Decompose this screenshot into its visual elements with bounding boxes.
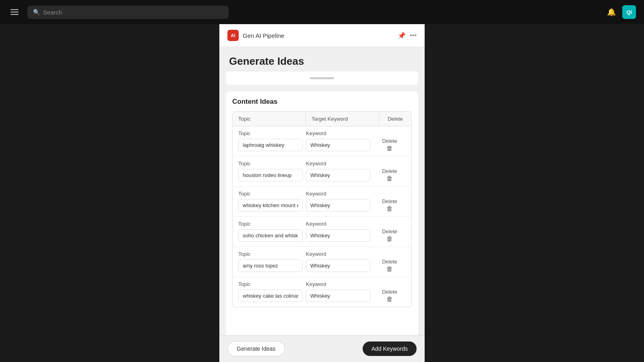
card-title: Content Ideas xyxy=(232,98,412,106)
trash-icon-4: 🗑 xyxy=(386,265,393,273)
search-bar: 🔍 xyxy=(27,6,229,19)
trash-icon-1: 🗑 xyxy=(386,175,393,182)
delete-label-3: Delete xyxy=(382,228,397,234)
keyword-input-0[interactable] xyxy=(306,139,370,151)
keyword-input-3[interactable] xyxy=(306,229,370,242)
topic-label-3: Topic xyxy=(238,221,306,227)
keyword-label-1: Keyword xyxy=(306,160,374,167)
delete-button-4[interactable]: Delete 🗑 xyxy=(374,259,406,273)
keyword-label-0: Keyword xyxy=(306,130,374,136)
search-icon: 🔍 xyxy=(33,9,40,15)
th-keyword: Target Keyword xyxy=(306,112,379,126)
table-row: Topic Keyword Delete 🗑 xyxy=(233,247,411,277)
trash-icon-3: 🗑 xyxy=(386,235,393,243)
topic-label-5: Topic xyxy=(238,281,306,287)
topic-label-4: Topic xyxy=(238,251,306,257)
topic-label-1: Topic xyxy=(238,160,306,167)
row-inputs-2: Delete 🗑 xyxy=(233,198,411,216)
top-nav: 🔍 🔔 QI xyxy=(0,0,644,24)
topic-label-0: Topic xyxy=(238,130,306,136)
row-inputs-4: Delete 🗑 xyxy=(233,259,411,277)
topic-input-4[interactable] xyxy=(238,259,303,272)
table-row: Topic Keyword Delete 🗑 xyxy=(233,126,411,156)
add-keywords-button[interactable]: Add Keywords xyxy=(363,341,417,356)
topic-input-0[interactable] xyxy=(238,139,303,151)
keyword-label-4: Keyword xyxy=(306,251,374,257)
main-panel: AI Gen AI Pipeline 📌 ••• Generate Ideas … xyxy=(219,24,425,362)
generate-ideas-button[interactable]: Generate Ideas xyxy=(227,341,285,356)
delete-button-3[interactable]: Delete 🗑 xyxy=(374,228,406,243)
page-title-area: Generate Ideas xyxy=(219,47,425,72)
page-title: Generate Ideas xyxy=(229,55,415,68)
trash-icon-5: 🗑 xyxy=(386,296,393,303)
search-input[interactable] xyxy=(43,9,223,16)
topic-input-3[interactable] xyxy=(238,229,303,242)
content-ideas-card: Content Ideas Topic Target Keyword Delet… xyxy=(226,91,418,362)
th-topic: Topic xyxy=(233,112,306,126)
row-labels-3: Topic Keyword xyxy=(233,217,411,228)
keyword-input-4[interactable] xyxy=(306,259,370,272)
keyword-label-5: Keyword xyxy=(306,281,374,287)
delete-label-5: Delete xyxy=(382,289,397,295)
delete-label-2: Delete xyxy=(382,198,397,204)
collapsed-section xyxy=(226,72,418,85)
table-row: Topic Keyword Delete 🗑 xyxy=(233,187,411,217)
topic-input-2[interactable] xyxy=(238,199,303,212)
table-row: Topic Keyword Delete 🗑 xyxy=(233,217,411,247)
delete-label-1: Delete xyxy=(382,168,397,174)
delete-button-5[interactable]: Delete 🗑 xyxy=(374,289,406,303)
panel-title: Gen AI Pipeline xyxy=(243,32,394,39)
keyword-input-1[interactable] xyxy=(306,169,370,181)
table-row: Topic Keyword Delete 🗑 xyxy=(233,277,411,307)
keyword-input-5[interactable] xyxy=(306,290,370,302)
topic-input-1[interactable] xyxy=(238,169,303,181)
th-delete: Delete xyxy=(379,112,411,126)
table-body: Topic Keyword Delete 🗑 Topic Keyword xyxy=(232,126,412,307)
bottom-bar: Generate Ideas Add Keywords xyxy=(219,335,425,362)
row-inputs-5: Delete 🗑 xyxy=(233,289,411,307)
row-labels-2: Topic Keyword xyxy=(233,187,411,198)
row-inputs-1: Delete 🗑 xyxy=(233,168,411,186)
delete-label-0: Delete xyxy=(382,138,397,144)
keyword-label-3: Keyword xyxy=(306,221,374,227)
topic-input-5[interactable] xyxy=(238,290,303,302)
more-options-button[interactable]: ••• xyxy=(410,32,417,39)
keyword-label-2: Keyword xyxy=(306,191,374,197)
notification-bell-button[interactable]: 🔔 xyxy=(607,8,616,16)
table-header: Topic Target Keyword Delete xyxy=(232,111,412,126)
collapse-bar xyxy=(310,77,334,79)
row-labels-0: Topic Keyword xyxy=(233,126,411,138)
app-logo: AI xyxy=(227,30,239,41)
row-labels-1: Topic Keyword xyxy=(233,156,411,168)
table-row: Topic Keyword Delete 🗑 xyxy=(233,156,411,187)
topic-label-2: Topic xyxy=(238,191,306,197)
delete-label-4: Delete xyxy=(382,259,397,265)
row-labels-4: Topic Keyword xyxy=(233,247,411,259)
avatar: QI xyxy=(622,5,636,19)
trash-icon-0: 🗑 xyxy=(386,145,393,152)
pin-button[interactable]: 📌 xyxy=(398,32,406,39)
row-inputs-0: Delete 🗑 xyxy=(233,138,411,156)
delete-button-1[interactable]: Delete 🗑 xyxy=(374,168,406,182)
delete-button-2[interactable]: Delete 🗑 xyxy=(374,198,406,212)
row-labels-5: Topic Keyword xyxy=(233,277,411,289)
row-inputs-3: Delete 🗑 xyxy=(233,228,411,247)
keyword-input-2[interactable] xyxy=(306,199,370,212)
trash-icon-2: 🗑 xyxy=(386,205,393,212)
delete-button-0[interactable]: Delete 🗑 xyxy=(374,138,406,152)
menu-button[interactable] xyxy=(8,7,21,17)
panel-header: AI Gen AI Pipeline 📌 ••• xyxy=(219,24,425,47)
